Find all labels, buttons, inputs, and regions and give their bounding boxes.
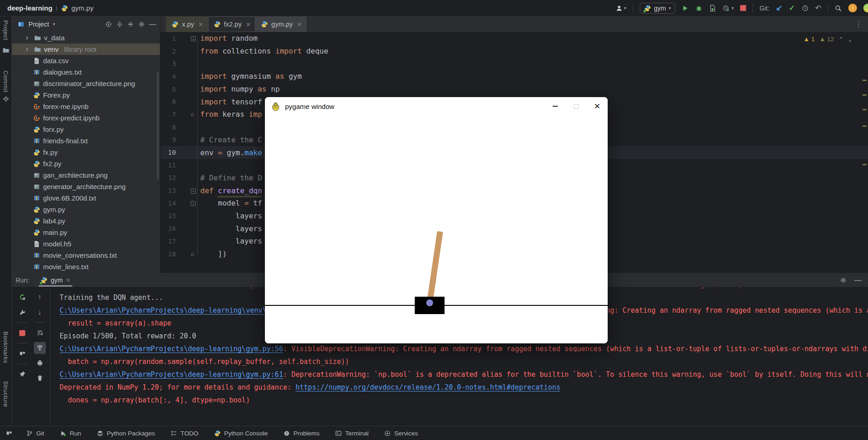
cut-off-toolbar-icon[interactable] — [863, 4, 868, 12]
tree-item-forx.py[interactable]: forx.py — [12, 124, 160, 135]
pygame-close-button[interactable]: ✕ — [587, 97, 608, 115]
code-line-3[interactable]: 3 — [160, 57, 868, 70]
statusbar-item-python-console[interactable]: Python Console — [206, 426, 275, 440]
rerun-button[interactable] — [16, 291, 28, 303]
stop-process-button[interactable] — [16, 327, 28, 339]
hide-panel-button[interactable]: — — [149, 21, 156, 28]
project-panel-title[interactable]: Project — [28, 21, 49, 28]
rollback-button[interactable]: ↶ — [815, 5, 821, 12]
code-line-4[interactable]: 4import gymnasium as gym — [160, 70, 868, 83]
clear-console-button[interactable] — [34, 372, 46, 384]
tree-item-dialogues.txt[interactable]: dialogues.txt — [12, 66, 160, 78]
project-scrollbar[interactable] — [157, 71, 159, 179]
debug-button[interactable] — [695, 5, 703, 12]
fold-end-icon[interactable]: ⌂ — [191, 111, 194, 118]
print-button[interactable] — [34, 357, 46, 369]
tree-item-main.py[interactable]: main.py — [12, 227, 160, 238]
inspections-widget[interactable]: ▲ 1 ▲ 12 ⌃ ⌃ — [803, 36, 852, 43]
tree-item-glove.6B.200d.txt[interactable]: glove.6B.200d.txt — [12, 192, 160, 204]
folder-icon[interactable] — [2, 47, 10, 54]
statusbar-item-terminal[interactable]: Terminal — [327, 426, 376, 440]
pygame-window[interactable]: pygame window ✕ — [265, 97, 608, 343]
restore-layout-button[interactable] — [16, 348, 28, 359]
tree-item-discriminator_architecture.png[interactable]: discriminator_architecture.png — [12, 78, 160, 89]
tree-item-gan_architecture.png[interactable]: gan_architecture.png — [12, 169, 160, 181]
tool-window-button-project[interactable]: Project — [2, 20, 9, 40]
git-commit-button[interactable]: ✓ — [789, 4, 795, 12]
statusbar-item-git[interactable]: Git — [18, 426, 52, 440]
git-update-button[interactable]: ↙ — [776, 3, 782, 13]
tree-item-gym.py[interactable]: gym.py — [12, 204, 160, 215]
close-icon[interactable]: ✕ — [66, 277, 71, 283]
error-stripe-mark[interactable] — [863, 94, 867, 96]
run-tab-gym[interactable]: gym ✕ — [36, 273, 76, 287]
statusbar-item-run[interactable]: Run — [52, 426, 89, 440]
search-everywhere-button[interactable] — [835, 5, 842, 12]
breadcrumb-project[interactable]: deep-learning — [7, 4, 52, 12]
tool-window-button-bookmarks[interactable]: Bookmarks — [2, 331, 9, 364]
commit-icon[interactable] — [2, 95, 10, 103]
expand-all-button[interactable] — [116, 21, 123, 28]
pygame-titlebar[interactable]: pygame window ✕ — [265, 97, 608, 115]
soft-wrap-button[interactable] — [34, 327, 46, 339]
tab-fx2.py[interactable]: fx2.py✕ — [208, 16, 256, 32]
select-opened-file-button[interactable] — [105, 21, 112, 28]
tree-item-friends-final.txt[interactable]: friends-final.txt — [12, 135, 160, 147]
statusbar-item-services[interactable]: Services — [376, 426, 426, 440]
breadcrumb[interactable]: deep-learning 〉 gym.py — [0, 4, 93, 12]
tree-item-data.csv[interactable]: data.csv — [12, 55, 160, 66]
tree-item-venv[interactable]: venvlibrary root — [12, 43, 160, 55]
pygame-maximize-button[interactable] — [566, 97, 587, 115]
tree-item-v_data[interactable]: v_data — [12, 32, 160, 43]
console-link[interactable]: https://numpy.org/devdocs/release/1.20.0… — [296, 383, 560, 391]
tool-window-button-commit[interactable]: Commit — [2, 71, 9, 92]
tab-options-kebab-icon[interactable]: ⋮ — [855, 20, 863, 28]
chevron-right-icon[interactable] — [23, 46, 31, 53]
chevron-down-icon[interactable]: ▾ — [53, 22, 55, 27]
error-stripe-mark[interactable] — [863, 164, 867, 165]
tab-gym.py[interactable]: gym.py✕ — [255, 16, 307, 32]
tree-item-Forex.py[interactable]: Forex.py — [12, 89, 160, 101]
chevron-right-icon[interactable] — [23, 35, 31, 41]
run-configuration-select[interactable]: gym ▾ — [640, 3, 675, 14]
close-icon[interactable]: ✕ — [297, 21, 302, 28]
error-stripe-mark[interactable] — [863, 80, 867, 81]
tree-item-fx2.py[interactable]: fx2.py — [12, 158, 160, 169]
statusbar-item-python-packages[interactable]: Python Packages — [89, 426, 163, 440]
update-notification-button[interactable]: ↑ — [848, 4, 857, 12]
up-stacktrace-button[interactable]: ↑ — [34, 291, 46, 303]
user-account-button[interactable]: ▾ — [615, 5, 626, 12]
tree-item-generator_architecture.png[interactable]: generator_architecture.png — [12, 181, 160, 192]
console-link[interactable]: C:\Users\Arian\PycharmProjects\deep-lear… — [60, 345, 283, 353]
modify-run-config-button[interactable] — [16, 306, 28, 318]
error-stripe-mark[interactable] — [863, 109, 867, 110]
fold-marker-icon[interactable]: − — [191, 36, 196, 41]
fold-end-icon[interactable]: ⌂ — [191, 250, 194, 257]
pygame-minimize-button[interactable] — [544, 97, 566, 115]
prev-problem-chevron-icon[interactable]: ⌃ — [839, 36, 843, 43]
breadcrumb-file[interactable]: gym.py — [71, 4, 93, 12]
down-stacktrace-button[interactable]: ↓ — [34, 306, 46, 318]
history-button[interactable] — [802, 5, 809, 12]
next-problem-chevron-icon[interactable]: ⌃ — [848, 36, 852, 43]
error-stripe-mark[interactable] — [863, 125, 867, 127]
code-line-1[interactable]: 1−import random — [160, 32, 868, 45]
pin-tab-button[interactable] — [16, 368, 28, 380]
fold-marker-icon[interactable]: − — [191, 189, 196, 194]
tool-window-button-structure[interactable]: Structure — [2, 381, 9, 407]
tree-item-forex-predict.ipynb[interactable]: forex-predict.ipynb — [12, 112, 160, 124]
statusbar-item-todo[interactable]: TODO — [163, 426, 206, 440]
tool-window-switcher-icon[interactable] — [5, 429, 13, 437]
fold-marker-icon[interactable]: − — [191, 201, 196, 206]
scroll-to-end-button[interactable] — [34, 342, 46, 354]
tree-item-movie_lines.txt[interactable]: movie_lines.txt — [12, 261, 160, 272]
code-line-5[interactable]: 5import numpy as np — [160, 83, 868, 96]
close-icon[interactable]: ✕ — [198, 21, 203, 28]
profiler-button[interactable]: ▾ — [723, 5, 734, 12]
stop-button[interactable] — [740, 5, 746, 11]
tree-item-lab4.py[interactable]: lab4.py — [12, 215, 160, 227]
code-line-2[interactable]: 2from collections import deque — [160, 45, 868, 58]
tree-item-model.h5[interactable]: model.h5 — [12, 238, 160, 250]
tree-item-fx.py[interactable]: fx.py — [12, 147, 160, 158]
statusbar-item-problems[interactable]: Problems — [275, 426, 327, 440]
